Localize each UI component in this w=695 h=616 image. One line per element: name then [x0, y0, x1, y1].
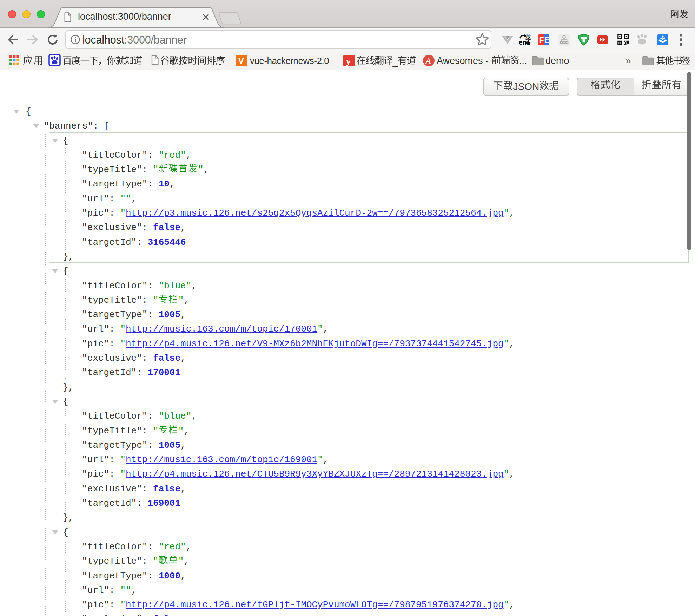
- svg-text:E: E: [544, 35, 550, 45]
- svg-text:y: y: [346, 56, 351, 66]
- svg-text:V: V: [238, 56, 244, 66]
- svg-text:F: F: [539, 35, 544, 45]
- svg-text:英: 英: [525, 34, 531, 40]
- svg-text:A: A: [425, 56, 431, 65]
